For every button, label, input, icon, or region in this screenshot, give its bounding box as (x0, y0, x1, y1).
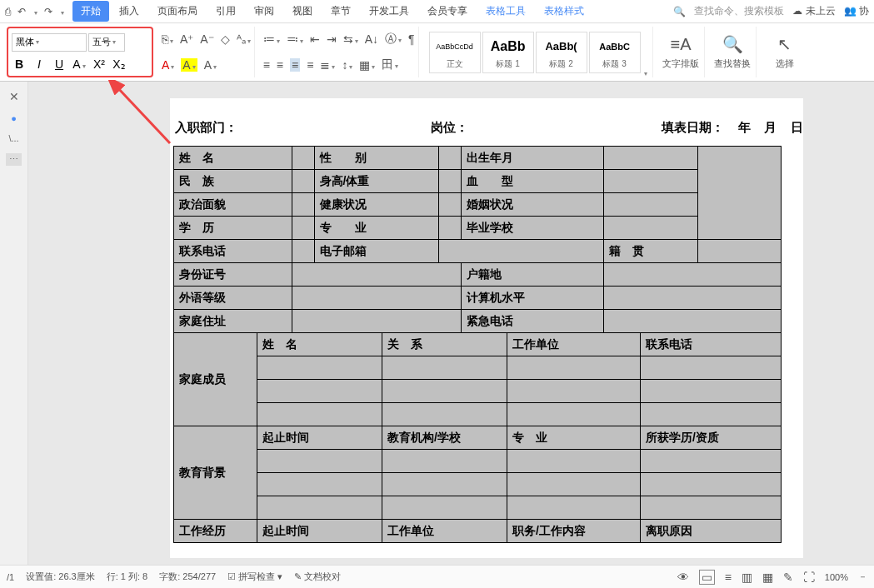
more-icon[interactable]: ⋯ (6, 153, 22, 166)
sort[interactable]: A↓ (365, 32, 378, 46)
select-tool[interactable]: ↖ 选择 (762, 27, 808, 77)
cell-relation[interactable]: 关 系 (382, 333, 507, 356)
cell-edu[interactable]: 学 历 (174, 217, 292, 240)
view-web-icon[interactable]: ▦ (762, 571, 773, 584)
zoom-out[interactable]: － (858, 571, 867, 583)
tabs[interactable]: ⇆ (343, 32, 358, 46)
cell-computer[interactable]: 计算机水平 (462, 287, 604, 310)
tab-review[interactable]: 审阅 (246, 1, 282, 22)
cell-fname[interactable]: 姓 名 (257, 333, 382, 356)
redo-icon[interactable]: ↷ (44, 6, 52, 17)
tab-insert[interactable]: 插入 (111, 1, 147, 22)
collab-icon[interactable]: 👥 协 (844, 4, 869, 18)
superscript-button[interactable]: X² (92, 57, 107, 71)
align-right[interactable]: ≡ (290, 58, 300, 72)
cell-blood[interactable]: 血 型 (462, 170, 604, 193)
tab-member[interactable]: 会员专享 (419, 1, 476, 22)
bullets[interactable]: ≔ (263, 32, 280, 46)
style-normal[interactable]: AaBbCcDd 正文 (429, 32, 481, 73)
cell-school2[interactable]: 教育机构/学校 (382, 426, 507, 450)
cell-workunit2[interactable]: 工作单位 (382, 520, 507, 543)
cell-sex[interactable]: 性 别 (314, 147, 439, 170)
cell-hw[interactable]: 身高/体重 (314, 170, 439, 193)
close-panel-icon[interactable]: ✕ (9, 90, 19, 103)
cell-period[interactable]: 起止时间 (257, 426, 382, 450)
cell-school[interactable]: 毕业学校 (462, 217, 604, 240)
eye-icon[interactable]: 👁 (677, 571, 689, 584)
view-draft-icon[interactable]: ✎ (783, 571, 793, 584)
cell-lang[interactable]: 外语等级 (174, 287, 292, 310)
shading[interactable]: ▦ (359, 58, 375, 72)
view-outline-icon[interactable]: ≡ (725, 571, 732, 584)
char-format[interactable]: A (204, 58, 217, 72)
font-color[interactable]: A (162, 58, 174, 72)
search-hint[interactable]: 查找命令、搜索模板 (694, 4, 784, 18)
symbol[interactable]: Ⓐ (385, 32, 402, 47)
cell-marriage[interactable]: 婚姻状况 (462, 193, 604, 217)
undo-dropdown[interactable] (32, 6, 37, 17)
font-size-select[interactable]: 五号 (88, 33, 125, 52)
cell-major2[interactable]: 专 业 (507, 426, 641, 450)
cell-period2[interactable]: 起止时间 (257, 520, 382, 543)
view-page-icon[interactable]: ▭ (699, 570, 715, 585)
inc-indent[interactable]: ⇥ (327, 32, 337, 46)
word-count[interactable]: 字数: 254/277 (159, 571, 216, 583)
qat-more[interactable] (59, 6, 64, 17)
cell-duty[interactable]: 职务/工作内容 (507, 520, 641, 543)
tab-tabletools[interactable]: 表格工具 (477, 1, 534, 22)
cell-nation[interactable]: 民 族 (174, 170, 292, 193)
underline-button[interactable]: U (52, 57, 67, 71)
tab-ref[interactable]: 引用 (207, 1, 244, 22)
form-table[interactable]: 姓 名 性 别 出生年月 民 族 身高/体重 血 型 政治面貌 健康状况 婚姻状… (173, 146, 782, 333)
tab-view[interactable]: 视图 (284, 1, 321, 22)
save-icon[interactable]: ⎙ (5, 6, 11, 17)
align-left[interactable]: ≡ (263, 58, 270, 72)
cell-politics[interactable]: 政治面貌 (174, 193, 292, 217)
nav-item[interactable]: \... (8, 133, 18, 143)
tab-dev[interactable]: 开发工具 (361, 1, 417, 22)
italic-button[interactable]: I (32, 57, 47, 71)
fit-width-icon[interactable]: ⛶ (803, 571, 815, 584)
tab-start[interactable]: 开始 (72, 1, 109, 22)
cell-origin[interactable]: 籍 贯 (603, 240, 697, 263)
cell-idno[interactable]: 身份证号 (174, 263, 292, 287)
strike-button[interactable]: A (72, 57, 87, 71)
cell-addr[interactable]: 家庭住址 (174, 310, 292, 333)
style-heading1[interactable]: AaBb 标题 1 (482, 32, 534, 73)
cell-tel[interactable]: 联系电话 (174, 240, 292, 263)
change-case[interactable]: ᴬₐ (237, 32, 251, 46)
dec-indent[interactable]: ⇤ (310, 32, 320, 46)
page-indicator[interactable]: /1 (7, 572, 14, 582)
numbering[interactable]: ≕ (287, 32, 303, 46)
font-name-select[interactable]: 黑体 (12, 33, 87, 52)
subscript-button[interactable]: X₂ (112, 57, 127, 71)
cell-degree[interactable]: 所获学历/资质 (641, 426, 782, 450)
work-table[interactable]: 工作经历 起止时间 工作单位 职务/工作内容 离职原因 (173, 519, 782, 543)
cell-workexp[interactable]: 工作经历 (174, 520, 257, 543)
family-table[interactable]: 家庭成员 姓 名 关 系 工作单位 联系电话 (173, 332, 782, 426)
cell-birth[interactable]: 出生年月 (462, 147, 604, 170)
edu-table[interactable]: 教育背景 起止时间 教育机构/学校 专 业 所获学历/资质 (173, 426, 782, 520)
grow-font[interactable]: A⁺ (180, 32, 193, 46)
align-justify[interactable]: ≡ (307, 58, 313, 72)
format-painter[interactable]: ⎘ (162, 32, 173, 46)
bold-button[interactable]: B (12, 57, 27, 71)
text-layout[interactable]: ≡A 文字排版 (658, 27, 705, 77)
cell-hukou[interactable]: 户籍地 (462, 263, 604, 287)
style-heading2[interactable]: AaBb( 标题 2 (536, 32, 587, 73)
cloud-status[interactable]: ☁ 未上云 (792, 4, 835, 18)
tab-chapter[interactable]: 章节 (322, 1, 359, 22)
chat-icon[interactable]: ● (11, 113, 17, 123)
cell-family[interactable]: 家庭成员 (174, 333, 257, 426)
align-center[interactable]: ≡ (277, 58, 283, 72)
view-read-icon[interactable]: ▥ (742, 571, 752, 584)
show-marks[interactable]: ¶ (408, 32, 415, 46)
cell-contacttel[interactable]: 联系电话 (641, 333, 782, 356)
cell-edubg[interactable]: 教育背景 (174, 426, 257, 520)
cell-health[interactable]: 健康状况 (314, 193, 439, 217)
cell-major[interactable]: 专 业 (314, 217, 439, 240)
undo-icon[interactable]: ↶ (17, 6, 26, 17)
tab-tablestyle[interactable]: 表格样式 (536, 1, 592, 22)
clear-format[interactable]: ◇ (221, 32, 230, 46)
cell-emg[interactable]: 紧急电话 (462, 310, 604, 333)
